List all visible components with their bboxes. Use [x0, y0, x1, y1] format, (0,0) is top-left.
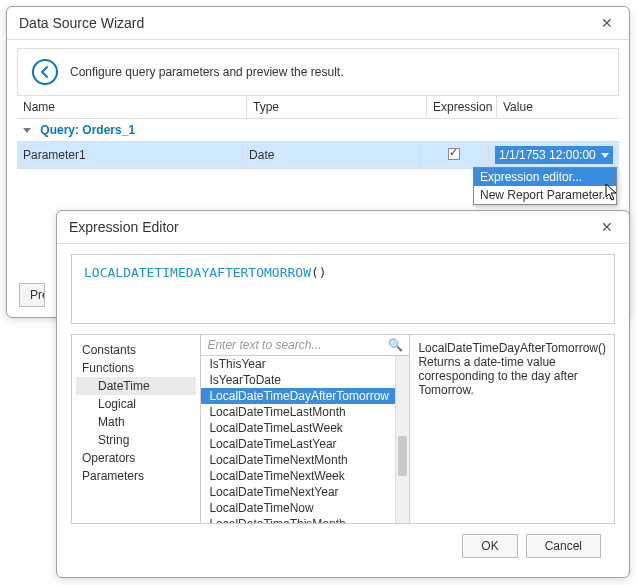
wizard-subheader: Configure query parameters and preview t… — [17, 48, 619, 96]
close-icon[interactable]: ✕ — [597, 15, 617, 31]
ok-button[interactable]: OK — [462, 534, 517, 558]
function-list[interactable]: IsThisYear IsYearToDate LocalDateTimeDay… — [201, 356, 409, 523]
col-value: Value — [497, 96, 619, 118]
query-row[interactable]: Query: Orders_1 — [17, 119, 619, 142]
function-list-panel: Enter text to search... 🔍 IsThisYear IsY… — [201, 335, 410, 523]
param-name[interactable]: Parameter1 — [17, 144, 243, 166]
fn-item-selected[interactable]: LocalDateTimeDayAfterTomorrow — [201, 388, 409, 404]
search-icon[interactable]: 🔍 — [388, 338, 403, 352]
parameter-row[interactable]: Parameter1 Date 1/1/1753 12:00:00 — [17, 142, 619, 169]
tree-functions[interactable]: Functions — [76, 359, 196, 377]
preview-button[interactable]: Preview... — [19, 283, 45, 307]
dialog-buttons: OK Cancel — [71, 524, 615, 562]
param-value-cell[interactable]: 1/1/1753 12:00:00 — [489, 142, 619, 168]
scrollbar[interactable] — [395, 356, 409, 523]
category-tree[interactable]: Constants Functions DateTime Logical Mat… — [72, 335, 201, 523]
close-icon[interactable]: ✕ — [597, 219, 617, 235]
description-text: Returns a date-time value corresponding … — [418, 355, 606, 397]
param-type[interactable]: Date — [243, 144, 420, 166]
expression-textarea[interactable]: LOCALDATETIMEDAYAFTERTOMORROW() — [71, 254, 615, 324]
col-name: Name — [17, 96, 247, 118]
query-label: Query: Orders_1 — [40, 123, 135, 137]
back-arrow-icon[interactable] — [32, 59, 58, 85]
fn-item[interactable]: LocalDateTimeLastMonth — [201, 404, 409, 420]
fn-item[interactable]: LocalDateTimeNextYear — [201, 484, 409, 500]
fn-item[interactable]: LocalDateTimeNextMonth — [201, 452, 409, 468]
wizard-subtitle: Configure query parameters and preview t… — [70, 65, 343, 79]
description-panel: LocalDateTimeDayAfterTomorrow() Returns … — [410, 335, 614, 523]
expression-function-name: LOCALDATETIMEDAYAFTERTOMORROW — [84, 265, 311, 280]
dropdown-item-expression-editor[interactable]: Expression editor... — [474, 168, 616, 186]
expression-editor-dialog: Expression Editor ✕ LOCALDATETIMEDAYAFTE… — [56, 210, 630, 578]
fn-item[interactable]: LocalDateTimeNow — [201, 500, 409, 516]
fn-item[interactable]: IsYearToDate — [201, 372, 409, 388]
dropdown-item-new-report-parameter[interactable]: New Report Parameter... — [474, 186, 616, 204]
value-dropdown-menu: Expression editor... New Report Paramete… — [473, 167, 617, 205]
col-expression: Expression — [427, 96, 497, 118]
tree-operators[interactable]: Operators — [76, 449, 196, 467]
checkbox-icon[interactable] — [448, 148, 460, 160]
param-value: 1/1/1753 12:00:00 — [499, 148, 596, 162]
fn-item[interactable]: LocalDateTimeLastWeek — [201, 420, 409, 436]
parameter-grid-header: Name Type Expression Value — [17, 96, 619, 119]
editor-panels: Constants Functions DateTime Logical Mat… — [71, 334, 615, 524]
tree-parameters[interactable]: Parameters — [76, 467, 196, 485]
tree-logical[interactable]: Logical — [76, 395, 196, 413]
col-type: Type — [247, 96, 427, 118]
cancel-button[interactable]: Cancel — [526, 534, 601, 558]
value-dropdown-field[interactable]: 1/1/1753 12:00:00 — [495, 146, 613, 164]
fn-item[interactable]: IsThisYear — [201, 356, 409, 372]
search-input[interactable]: Enter text to search... 🔍 — [201, 335, 409, 356]
tree-datetime[interactable]: DateTime — [76, 377, 196, 395]
wizard-titlebar: Data Source Wizard ✕ — [7, 7, 629, 40]
tree-math[interactable]: Math — [76, 413, 196, 431]
tree-string[interactable]: String — [76, 431, 196, 449]
param-expression-checkbox[interactable] — [420, 144, 489, 167]
description-signature: LocalDateTimeDayAfterTomorrow() — [418, 341, 606, 355]
fn-item[interactable]: LocalDateTimeThisMonth — [201, 516, 409, 523]
tree-constants[interactable]: Constants — [76, 341, 196, 359]
expression-parentheses: () — [311, 265, 327, 280]
fn-item[interactable]: LocalDateTimeLastYear — [201, 436, 409, 452]
dropdown-arrow-icon[interactable] — [601, 153, 609, 158]
scrollbar-thumb[interactable] — [398, 436, 407, 476]
editor-title: Expression Editor — [69, 219, 179, 235]
cursor-icon — [605, 183, 621, 206]
wizard-title: Data Source Wizard — [19, 15, 144, 31]
fn-item[interactable]: LocalDateTimeNextWeek — [201, 468, 409, 484]
editor-titlebar: Expression Editor ✕ — [57, 211, 629, 244]
search-placeholder: Enter text to search... — [207, 338, 321, 352]
expand-triangle-icon[interactable] — [23, 128, 31, 133]
